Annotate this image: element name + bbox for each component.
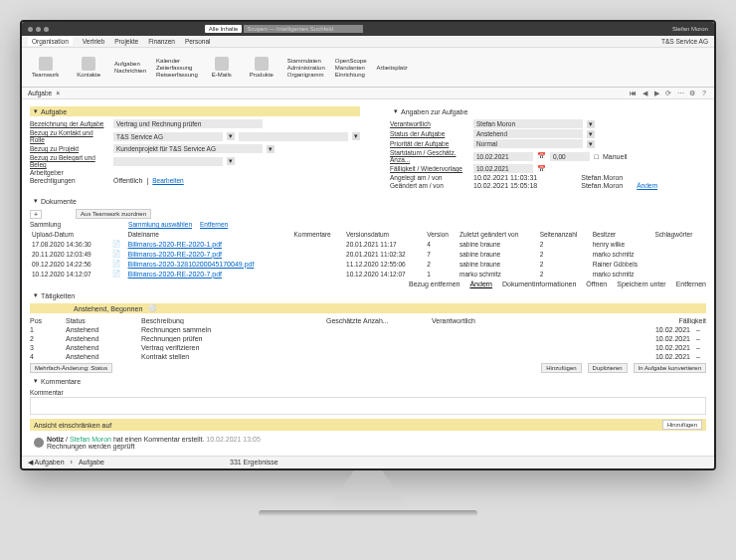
field-projekt[interactable]: Kundenprojekt für T&S Service AG [113, 144, 263, 153]
field-prioritaet[interactable]: Normal [473, 139, 583, 148]
action-entfernen[interactable]: Entfernen [676, 280, 706, 287]
field-bezeichnung[interactable]: Vertrag und Rechnung prüfen [113, 119, 263, 128]
tab-aufgabe[interactable]: Aufgabe [28, 90, 52, 96]
field-verantwortlich[interactable]: Stefan Moron [473, 119, 583, 128]
activity-row[interactable]: 4AnstehendKontrakt stellen10.02.2021– [30, 352, 706, 361]
action-speichern-unter[interactable]: Speichern unter [617, 280, 665, 287]
menu-projekte[interactable]: Projekte [114, 38, 138, 45]
btn-hinzufuegen[interactable]: Hinzufügen [541, 363, 581, 373]
btn-duplizieren[interactable]: Duplizieren [588, 363, 628, 373]
table-row[interactable]: 10.12.2020 14:12:07📄Billmaros-2020-RE-20… [30, 269, 706, 279]
ribbon-kalender[interactable]: Kalender [156, 58, 198, 64]
section-aufgabe[interactable]: ▾Aufgabe [30, 106, 360, 116]
ribbon-produkte[interactable]: Produkte [246, 55, 277, 80]
activity-row[interactable]: 1AnstehendRechnungen sammeln10.02.2021– [30, 325, 706, 334]
current-user-label[interactable]: Stefan Moron [672, 26, 708, 32]
mehrfach-aenderung-select[interactable]: Mehrfach-Änderung: Status [30, 363, 112, 373]
col-versionsdatum[interactable]: Versionsdatum [344, 230, 425, 239]
dropdown-icon[interactable]: ▾ [227, 157, 235, 165]
action-bezug-entfernen[interactable]: Bezug entfernen [409, 280, 460, 287]
global-search-input[interactable]: Scopen — Intelligentes Suchfeld [244, 25, 363, 33]
dropdown-icon[interactable]: ▾ [587, 120, 595, 128]
ribbon-zeiterfassung[interactable]: Zeiterfassung [156, 65, 198, 71]
ribbon-administration[interactable]: Administration [287, 65, 325, 71]
settings-icon[interactable]: ⚙ [688, 90, 696, 97]
action-aendern[interactable]: Ändern [469, 280, 492, 287]
col-geaendert-von[interactable]: Zuletzt geändert von [458, 230, 538, 239]
link-bearbeiten[interactable]: Bearbeiten [152, 177, 183, 184]
menu-personal[interactable]: Personal [185, 38, 211, 45]
org-selector[interactable]: T&S Service AG [661, 38, 708, 45]
ribbon-openscope[interactable]: OpenScope [335, 58, 367, 64]
breadcrumb-item[interactable]: Aufgabe [79, 459, 104, 467]
dropdown-icon[interactable]: ▾ [587, 130, 595, 138]
field-startdatum[interactable]: 10.02.2021 [473, 152, 533, 161]
tab-close-icon[interactable]: × [56, 90, 60, 96]
activity-row[interactable]: 3AnstehendVertrag verifizieren10.02.2021… [30, 343, 706, 352]
table-row[interactable]: 20.11.2020 12:03:49📄Billmaros-2020-RE-20… [30, 249, 706, 259]
refresh-icon[interactable]: ⟳ [664, 90, 672, 97]
breadcrumb-item[interactable]: ◀ Aufgaben [28, 459, 65, 467]
menu-vertrieb[interactable]: Vertrieb [83, 38, 104, 45]
section-kommentare[interactable]: ▾Kommentare [30, 376, 706, 386]
search-scope-chip[interactable]: Alle Inhalte [205, 25, 243, 33]
ribbon-arbeitsplatz[interactable]: Arbeitsplatz [377, 65, 408, 71]
link-aendern[interactable]: Ändern [637, 182, 657, 189]
ribbon-mandanten[interactable]: Mandanten [335, 65, 367, 71]
ribbon-reiseerfassung[interactable]: Reiseerfassung [156, 72, 198, 78]
help-icon[interactable]: ? [700, 90, 708, 97]
section-dokumente[interactable]: ▾Dokumente [30, 196, 706, 206]
calendar-icon[interactable]: 📅 [537, 152, 546, 160]
col-dateiname[interactable]: Dateiname [125, 230, 291, 239]
col-geschaetzt[interactable]: Geschätzte Anzah... [326, 317, 426, 324]
note-user[interactable]: Stefan Moron [70, 436, 111, 443]
activity-filter-bar[interactable]: Anstehend, Begonnen⚪ [30, 303, 706, 313]
ribbon-nachrichten[interactable]: Nachrichten [114, 68, 146, 74]
field-kontakt[interactable]: T&S Service AG [113, 132, 223, 141]
menu-finanzen[interactable]: Finanzen [148, 38, 175, 45]
btn-konvertieren[interactable]: In Aufgabe konvertieren [634, 363, 706, 373]
field-estimate[interactable]: 0,00 [550, 152, 590, 161]
action-dokumentinfo[interactable]: Dokumentinformationen [502, 280, 576, 287]
filter-icon[interactable]: ⚪ [148, 304, 157, 312]
table-row[interactable]: 17.08.2020 14:36:30📄Billmaros-2020-RE-20… [30, 239, 706, 249]
ribbon-stammdaten[interactable]: Stammdaten [287, 58, 325, 64]
nav-next-icon[interactable]: ▶ [652, 90, 660, 97]
section-taetigkeiten[interactable]: ▾Tätigkeiten [30, 290, 706, 300]
nav-prev-icon[interactable]: ◀ [641, 90, 648, 97]
more-icon[interactable]: ⋯ [676, 90, 684, 97]
teamwork-assign-button[interactable]: Aus Teamwork zuordnen [76, 209, 151, 219]
field-faelligkeit[interactable]: 10.02.2021 [473, 164, 533, 173]
col-upload[interactable]: Upload-Datum [30, 230, 110, 239]
calendar-icon[interactable]: 📅 [537, 165, 546, 173]
table-row[interactable]: 09.12.2020 14:22:56📄Billmaros-2020-32810… [30, 259, 706, 269]
ribbon-aufgaben[interactable]: Aufgaben [114, 61, 146, 67]
col-status[interactable]: Status [66, 317, 135, 324]
field-status[interactable]: Anstehend [473, 129, 583, 138]
add-doc-button[interactable]: + [30, 210, 42, 219]
col-kommentare[interactable]: Kommentare [291, 230, 344, 239]
btn-kommentar-hinzufuegen[interactable]: Hinzufügen [662, 420, 702, 430]
link-entfernen[interactable]: Entfernen [200, 221, 228, 228]
activity-status-filter[interactable]: Anstehend, Begonnen [74, 305, 142, 312]
menu-organisation[interactable]: Organisation [28, 37, 73, 46]
ribbon-emails[interactable]: E-Mails [208, 55, 236, 80]
action-oeffnen[interactable]: Öffnen [586, 280, 607, 287]
comment-textarea[interactable] [30, 397, 706, 415]
ribbon-einrichtung[interactable]: Einrichtung [335, 72, 367, 78]
dropdown-icon[interactable]: ▾ [587, 140, 595, 148]
col-beschreibung[interactable]: Beschreibung [141, 317, 320, 324]
nav-first-icon[interactable]: ⏮ [629, 90, 637, 97]
ribbon-organigramm[interactable]: Organigramm [287, 72, 325, 78]
dropdown-icon[interactable]: ▾ [352, 132, 360, 140]
dropdown-icon[interactable]: ▾ [267, 145, 275, 153]
col-verantwortlich[interactable]: Verantwortlich [432, 317, 531, 324]
field-belegart[interactable] [113, 157, 223, 166]
col-seiten[interactable]: Seitenanzahl [538, 230, 591, 239]
col-schlagwoerter[interactable]: Schlagwörter [652, 230, 706, 239]
ribbon-teamwork[interactable]: Teamwork [28, 55, 63, 80]
activity-row[interactable]: 2AnstehendRechnungen prüfen10.02.2021– [30, 334, 706, 343]
dropdown-icon[interactable]: ▾ [227, 132, 235, 140]
ribbon-kontakte[interactable]: Kontakte [73, 55, 104, 80]
col-besitzer[interactable]: Besitzer [591, 230, 653, 239]
